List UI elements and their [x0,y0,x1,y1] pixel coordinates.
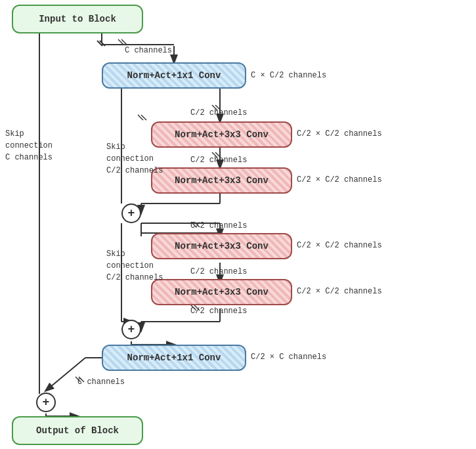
conv3x3-2-box: Norm+Act+3x3 Conv [151,167,292,194]
plus-1-symbol: + [128,207,135,220]
label-c2-channels-2: C/2 channels [190,156,247,165]
plus-circle-1: + [121,203,141,223]
label-c-channels-top: C channels [125,46,172,55]
diagram: Input to Block Norm+Act+1x1 Conv Norm+Ac… [0,0,476,449]
svg-line-32 [141,115,146,120]
conv3x3-4-box: Norm+Act+3x3 Conv [151,279,292,305]
svg-line-1 [100,41,105,46]
conv1x1-top-box: Norm+Act+1x1 Conv [102,62,246,89]
skip-bot-label: SkipconnectionC/2 channels [106,248,163,284]
conv1x1-bot-box: Norm+Act+1x1 Conv [102,345,246,371]
label-c2xc2-3: C/2 × C/2 channels [297,241,382,250]
label-c2xc-bot: C/2 × C channels [251,353,326,362]
label-c2xc2-4: C/2 × C/2 channels [297,287,382,296]
skip-main-label: SkipconnectionC channels [5,128,53,163]
plus-circle-2: + [121,320,141,339]
label-c2-to-plus2: C/2 channels [190,307,247,316]
label-c2xc2-1: C/2 × C/2 channels [297,129,382,139]
output-box: Output of Block [12,416,143,445]
svg-line-40 [121,39,127,45]
label-c2-channels-4: C/2 channels [190,267,247,276]
input-box: Input to Block [12,5,143,33]
conv3x3-2-label: Norm+Act+3x3 Conv [175,175,269,186]
svg-line-41 [118,39,123,45]
conv3x3-1-label: Norm+Act+3x3 Conv [175,129,269,140]
conv3x3-4-label: Norm+Act+3x3 Conv [175,287,269,297]
skip-top-label: SkipconnectionC/2 channels [106,141,163,177]
label-c-channels-bot: C channels [77,377,125,387]
plus-circle-3: + [36,393,56,412]
label-c2xc2-2: C/2 × C/2 channels [297,175,382,184]
plus-2-symbol: + [128,323,135,336]
svg-line-2 [97,41,102,46]
plus-3-symbol: + [43,396,50,409]
conv1x1-top-label: Norm+Act+1x1 Conv [127,70,221,81]
label-cx-c2-1: C × C/2 channels [251,71,326,80]
conv1x1-bot-label: Norm+Act+1x1 Conv [127,353,221,363]
label-c2-channels-3: C/2 channels [190,221,247,230]
conv3x3-3-label: Norm+Act+3x3 Conv [175,241,269,251]
svg-line-33 [138,115,143,120]
label-c2-channels-1: C/2 channels [190,108,247,118]
conv3x3-3-box: Norm+Act+3x3 Conv [151,233,292,259]
input-label: Input to Block [39,14,116,24]
conv3x3-1-box: Norm+Act+3x3 Conv [151,121,292,148]
output-label: Output of Block [36,425,119,436]
